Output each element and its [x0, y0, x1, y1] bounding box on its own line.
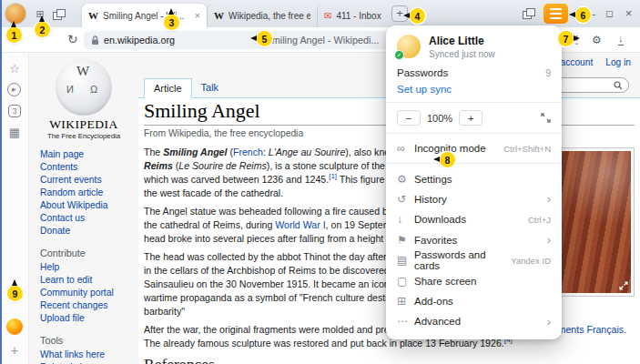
tools-heading: Tools — [40, 335, 138, 346]
references-heading: References — [144, 355, 635, 364]
passwords-count: 9 — [545, 67, 551, 78]
menu-item-label: Settings — [414, 174, 551, 185]
browser-menu-panel: ✓ Alice Little Synced just now Passwords… — [386, 25, 562, 339]
wiki-sidebar-link[interactable]: Current events — [40, 174, 138, 187]
incognito-icon: ∞ — [397, 142, 414, 155]
search-icon — [614, 81, 623, 90]
passwords-cards-icon: ▤ — [397, 254, 414, 267]
menu-item-label: Add-ons — [414, 296, 551, 307]
tab-wikipedia-main[interactable]: W Wikipedia, the free encyclo... — [207, 4, 317, 27]
wiki-link[interactable]: French — [233, 147, 263, 157]
wiki-sidebar-link[interactable]: Contents — [40, 161, 138, 174]
tab-yandex-mail[interactable]: ✉ 411 - Inbox — Yandex Mail — [317, 4, 390, 27]
menu-item-label: History — [414, 194, 543, 205]
sync-account-row[interactable]: ✓ Alice Little Synced just now — [386, 31, 562, 65]
minimize-button[interactable]: — — [581, 0, 600, 27]
new-tab-button[interactable]: + — [391, 5, 408, 22]
bookmarks-star-icon[interactable]: ☆ — [0, 62, 29, 76]
hamburger-menu-button[interactable] — [543, 4, 568, 24]
reload-icon[interactable]: ↻ — [67, 32, 78, 46]
menu-item-label: Downloads — [414, 214, 528, 225]
wikipedia-wordmark[interactable]: WIKIPEDIA — [29, 117, 138, 132]
yandex-alice-icon[interactable] — [6, 318, 23, 335]
tableau-grid-icon: ⊞ — [36, 8, 44, 20]
collections-grid-icon[interactable]: ▦ — [0, 126, 29, 139]
browser-window: ⊞ W Smiling Angel - Wi... × W Wikipedia,… — [0, 0, 640, 364]
wikipedia-tagline: The Free Encyclopedia — [29, 132, 138, 140]
maximize-button[interactable]: ◻ — [600, 0, 619, 27]
log-in-link[interactable]: Log in — [605, 57, 631, 67]
menu-item-incognito-mode[interactable]: ∞Incognito modeCtrl+Shift+N — [386, 138, 562, 158]
wiki-sidebar-link[interactable]: Community portal — [40, 287, 138, 299]
set-up-sync-link[interactable]: Set up sync — [386, 81, 562, 97]
zoom-in-button[interactable]: + — [459, 110, 483, 126]
menu-item-history[interactable]: ↺History› — [386, 189, 562, 209]
wiki-sidebar-link[interactable]: Learn to edit — [40, 274, 138, 287]
window-edge — [0, 0, 2, 364]
zoom-value: 100% — [427, 113, 452, 124]
menu-divider — [386, 133, 562, 134]
menu-item-passwords-and-cards[interactable]: ▤Passwords and cardsYandex ID — [386, 250, 562, 270]
wiki-sidebar-link[interactable]: Contact us — [40, 212, 138, 225]
video-play-icon[interactable]: ▸ — [7, 83, 21, 96]
search-box[interactable] — [551, 77, 629, 93]
wiki-sidebar-link[interactable]: Donate — [40, 225, 138, 238]
reference-link[interactable]: [1] — [329, 173, 337, 180]
passwords-label: Passwords — [397, 67, 448, 78]
wiki-sidebar-link[interactable]: Help — [40, 261, 138, 274]
tab-talk[interactable]: Talk — [192, 78, 229, 98]
wiki-link[interactable]: World War I — [275, 219, 325, 230]
menu-item-label: Incognito mode — [414, 143, 503, 154]
sidebar-add-icon[interactable]: + — [0, 342, 29, 358]
more-actions-icon[interactable]: ⋮ — [571, 33, 583, 46]
tab-close-icon[interactable]: × — [195, 10, 200, 21]
wiki-sidebar-link[interactable]: Random article — [40, 187, 138, 199]
menu-item-advanced[interactable]: ⋯Advanced› — [386, 311, 562, 331]
menu-item-settings[interactable]: ⚙Settings — [386, 168, 562, 188]
split-view-button[interactable] — [51, 6, 66, 21]
notifications-badge[interactable]: 3 — [8, 105, 21, 117]
passwords-row[interactable]: Passwords 9 — [386, 65, 562, 81]
chevron-right-icon: › — [547, 234, 551, 246]
tableau-button[interactable]: ⊞ — [33, 6, 47, 21]
settings-gear-icon: ⚙ — [397, 173, 414, 186]
advanced-icon: ⋯ — [397, 315, 414, 328]
wikipedia-favicon: W — [88, 10, 98, 21]
menu-item-share-screen[interactable]: ▢Share screen — [386, 270, 562, 290]
zoom-out-button[interactable]: − — [397, 110, 421, 126]
menu-item-shortcut: Ctrl+Shift+N — [503, 144, 551, 154]
contribute-heading: Contribute — [40, 248, 138, 258]
wiki-sidebar-link[interactable]: Main page — [40, 148, 138, 161]
close-button[interactable]: × — [619, 0, 638, 27]
wiki-sidebar-link[interactable]: What links here — [40, 349, 138, 361]
wiki-sidebar-link[interactable]: Recent changes — [40, 299, 138, 312]
menu-divider — [386, 163, 562, 164]
extensions-gear-icon[interactable]: ⚙ — [592, 34, 602, 46]
tab-label: 411 - Inbox — Yandex Mail — [336, 11, 383, 21]
tab-smiling-angel[interactable]: W Smiling Angel - Wi... × — [82, 4, 207, 27]
wikipedia-globe-logo[interactable]: W И Ω — [56, 59, 112, 116]
wiki-sidebar-link[interactable]: About Wikipedia — [40, 199, 138, 212]
tab-panels-icon[interactable] — [523, 8, 534, 18]
menu-item-shortcut: Yandex ID — [511, 256, 551, 266]
overlapping-windows-icon — [53, 9, 65, 19]
image-expand-icon[interactable] — [619, 281, 628, 290]
menu-item-favorites[interactable]: ⚑Favorites› — [386, 230, 562, 250]
menu-item-label: Share screen — [414, 276, 551, 287]
tab-article[interactable]: Article — [144, 78, 192, 98]
menu-items: ∞Incognito modeCtrl+Shift+N⚙Settings↺His… — [386, 138, 562, 332]
history-icon: ↺ — [397, 193, 414, 206]
profile-avatar-button[interactable] — [5, 4, 25, 24]
user-name: Alice Little — [429, 35, 495, 47]
wiki-sidebar-link[interactable]: Upload file — [40, 312, 138, 325]
menu-divider — [386, 102, 562, 103]
downloads-icon: ↓ — [397, 213, 414, 226]
download-icon[interactable]: ↓ — [618, 33, 624, 46]
browser-sidebar: ☆ ▸ 3 ▦ + — [0, 53, 29, 364]
set-up-sync-label: Set up sync — [397, 84, 452, 95]
article-image-thumb[interactable] — [554, 147, 635, 297]
wiki-tools-list: What links hereRelated changesSpecial pa… — [29, 349, 138, 364]
menu-item-add-ons[interactable]: ⊞Add-ons — [386, 291, 562, 311]
fullscreen-icon[interactable] — [541, 113, 551, 123]
menu-item-downloads[interactable]: ↓DownloadsCtrl+J — [386, 209, 562, 229]
